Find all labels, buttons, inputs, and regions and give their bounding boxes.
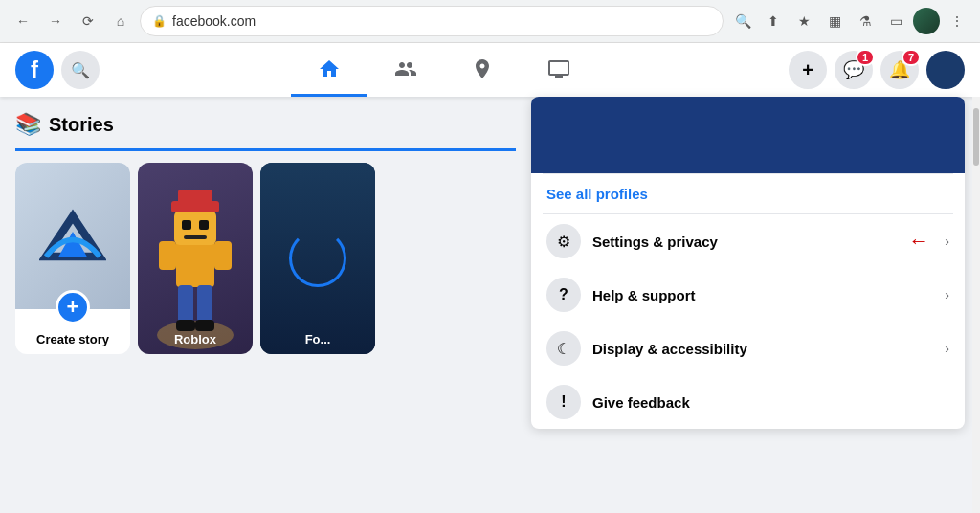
nav-friends[interactable] xyxy=(368,43,444,97)
watch-icon xyxy=(547,57,570,80)
give-feedback-item[interactable]: ! Give feedback xyxy=(531,375,965,429)
nav-watch[interactable] xyxy=(521,43,597,97)
moon-icon: ☾ xyxy=(557,340,570,358)
menu-button[interactable]: ⋮ xyxy=(944,8,970,34)
user-avatar[interactable] xyxy=(926,51,965,89)
nav-home[interactable] xyxy=(291,43,368,97)
stories-book-icon: 📚 xyxy=(15,112,41,137)
messenger-button[interactable]: 💬 1 xyxy=(835,51,873,89)
extensions-button[interactable]: ⚗ xyxy=(852,8,879,34)
settings-privacy-item[interactable]: ⚙ Settings & privacy ← › xyxy=(531,214,965,268)
svg-rect-11 xyxy=(214,241,232,270)
dropdown-header xyxy=(531,97,965,173)
messenger-badge: 1 xyxy=(856,49,875,66)
svg-rect-10 xyxy=(159,241,176,270)
roblox-character xyxy=(138,163,253,354)
svg-rect-12 xyxy=(178,285,193,323)
url-text: facebook.com xyxy=(172,13,711,29)
question-icon: ? xyxy=(559,286,568,303)
svg-rect-14 xyxy=(176,320,195,331)
browser-toolbar: ← → ⟳ ⌂ 🔒 facebook.com 🔍 ⬆ ★ ▦ ⚗ ▭ ⋮ xyxy=(0,0,980,42)
display-icon-circle: ☾ xyxy=(546,331,581,366)
stories-underline xyxy=(15,148,516,151)
browser-profile-icon[interactable] xyxy=(913,8,940,34)
display-accessibility-label: Display & accessibility xyxy=(592,341,933,357)
svg-rect-5 xyxy=(182,220,191,230)
feedback-icon-circle: ! xyxy=(546,385,581,419)
stories-header: 📚 Stories xyxy=(15,112,516,137)
svg-rect-6 xyxy=(199,220,209,230)
display-accessibility-item[interactable]: ☾ Display & accessibility › xyxy=(531,322,965,375)
reload-button[interactable]: ⟳ xyxy=(75,8,101,34)
tab-button[interactable]: ▦ xyxy=(821,8,848,34)
create-button[interactable]: + xyxy=(789,51,827,89)
plus-icon: + xyxy=(802,59,813,81)
create-story-img: + xyxy=(15,163,130,309)
home-icon xyxy=(318,57,341,80)
lock-icon: 🔒 xyxy=(152,14,167,28)
settings-privacy-label: Settings & privacy xyxy=(592,234,897,250)
svg-rect-13 xyxy=(197,285,212,323)
roblox-story-card[interactable]: Roblox xyxy=(138,163,253,354)
help-support-label: Help & support xyxy=(592,287,933,303)
facebook-logo[interactable]: f xyxy=(15,51,54,89)
share-button[interactable]: ⬆ xyxy=(760,8,787,34)
notifications-badge: 7 xyxy=(902,49,921,66)
nav-groups[interactable] xyxy=(444,43,521,97)
facebook-navbar: f 🔍 + 💬 1 xyxy=(0,43,980,97)
dropdown-menu: See all profiles ⚙ Settings & privacy ← … xyxy=(531,97,965,429)
notifications-button[interactable]: 🔔 7 xyxy=(880,51,919,89)
exclamation-icon: ! xyxy=(561,393,566,411)
red-arrow-icon: ← xyxy=(908,229,929,254)
search-browser-button[interactable]: 🔍 xyxy=(729,8,756,34)
address-bar[interactable]: 🔒 facebook.com xyxy=(140,6,724,36)
fb-nav-center xyxy=(100,43,789,97)
stories-cards: + Create story xyxy=(15,163,516,354)
help-icon-circle: ? xyxy=(546,278,581,312)
third-story-label: Fo... xyxy=(260,332,375,346)
groups-icon xyxy=(471,57,494,80)
back-button[interactable]: ← xyxy=(10,8,36,34)
scrollbar-thumb[interactable] xyxy=(973,108,979,166)
main-content: 📚 Stories + Create story xyxy=(0,97,980,513)
display-chevron: › xyxy=(945,341,949,356)
give-feedback-label: Give feedback xyxy=(592,394,949,411)
help-chevron: › xyxy=(945,287,949,302)
home-button[interactable]: ⌂ xyxy=(107,8,134,34)
svg-rect-3 xyxy=(176,239,214,287)
scrollbar-track[interactable] xyxy=(972,97,980,513)
bookmark-button[interactable]: ★ xyxy=(791,8,817,34)
third-story-card[interactable]: Fo... xyxy=(260,163,375,354)
gear-icon: ⚙ xyxy=(557,233,570,251)
dropdown-overlay: See all profiles ⚙ Settings & privacy ← … xyxy=(531,97,980,513)
create-story-card[interactable]: + Create story xyxy=(15,163,130,354)
browser-actions: 🔍 ⬆ ★ ▦ ⚗ ▭ ⋮ xyxy=(729,8,970,34)
svg-rect-4 xyxy=(174,211,216,245)
stories-section: 📚 Stories + Create story xyxy=(0,97,531,513)
add-story-button[interactable]: + xyxy=(56,290,90,324)
browser-chrome: ← → ⟳ ⌂ 🔒 facebook.com 🔍 ⬆ ★ ▦ ⚗ ▭ ⋮ xyxy=(0,0,980,43)
settings-chevron: › xyxy=(945,234,949,249)
roblox-label: Roblox xyxy=(138,332,253,346)
fb-search-button[interactable]: 🔍 xyxy=(61,51,100,89)
fb-nav-right: + 💬 1 🔔 7 xyxy=(789,51,965,89)
help-support-item[interactable]: ? Help & support › xyxy=(531,268,965,322)
forward-button[interactable]: → xyxy=(42,8,69,34)
sidebar-button[interactable]: ▭ xyxy=(882,8,909,34)
svg-rect-15 xyxy=(195,320,214,331)
stories-title: Stories xyxy=(49,114,114,136)
settings-icon-circle: ⚙ xyxy=(546,224,581,258)
svg-rect-7 xyxy=(184,235,207,239)
friends-icon xyxy=(394,57,417,80)
see-all-profiles-link[interactable]: See all profiles xyxy=(531,174,965,213)
metamask-logo xyxy=(39,208,106,265)
svg-rect-9 xyxy=(178,190,212,205)
